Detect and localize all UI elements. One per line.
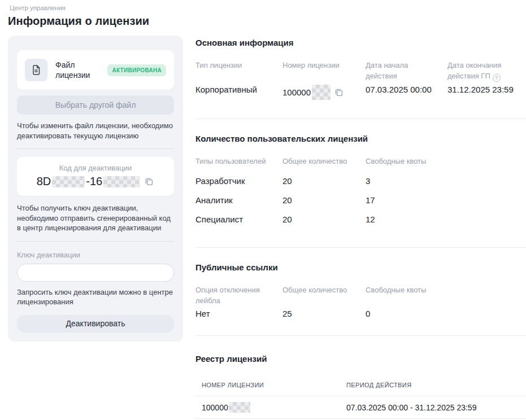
- column-header: Общее количество: [282, 285, 366, 309]
- table-row: Аналитик 20 17: [195, 191, 526, 210]
- help-icon[interactable]: ?: [493, 74, 501, 82]
- section-title: Количество пользовательских лицензий: [195, 134, 526, 143]
- redacted-number-segment: [312, 85, 331, 100]
- table-row: 100000 07.03.2025 00:00 - 31.12.2025 23:…: [195, 396, 526, 419]
- free-quota: 12: [366, 215, 526, 224]
- value-end-date: 31.12.2025 23:59: [447, 85, 526, 100]
- total-count: 20: [282, 176, 366, 186]
- document-icon: [25, 59, 47, 81]
- value-license-number: 100000: [282, 85, 366, 100]
- value-start-date: 07.03.2025 00:00: [366, 85, 447, 100]
- column-header: Свободные квоты: [366, 156, 526, 167]
- section-title: Основная информация: [195, 38, 526, 47]
- section-title: Реестр лицензий: [195, 354, 526, 364]
- section-user-licenses: Количество пользовательских лицензий Тип…: [195, 134, 526, 248]
- sidebar-divider: [17, 148, 174, 149]
- redacted-code-segment: [52, 176, 85, 187]
- column-header: Период действия: [340, 382, 526, 388]
- copy-code-button[interactable]: [141, 177, 154, 187]
- code-hint: Чтобы получить ключ деактивации, необход…: [17, 203, 174, 233]
- label-disable-option: Нет: [195, 309, 282, 318]
- license-file-card: Файл лицензии АКТИВИРОВАНА: [17, 50, 174, 90]
- value-license-type: Корпоративный: [195, 85, 282, 100]
- deactivation-code-label: Код для деактивации: [23, 164, 168, 172]
- choose-other-file-button[interactable]: Выбрать другой файл: [17, 95, 174, 115]
- redacted-code-segment: [103, 176, 140, 187]
- label-license-number: Номер лицензии: [282, 60, 366, 85]
- deactivation-key-input[interactable]: [17, 264, 174, 282]
- page-title: Информация о лицензии: [8, 15, 526, 28]
- sidebar-divider: [17, 241, 174, 242]
- column-header: Опция отключения лейбла: [195, 285, 282, 309]
- table-row: Разработчик 20 3: [195, 172, 526, 191]
- free-quota: 17: [366, 195, 526, 205]
- label-start-date: Дата начала действия: [366, 60, 447, 85]
- copy-icon: [144, 177, 154, 187]
- license-number-visible: 100000: [282, 88, 311, 97]
- status-badge: АКТИВИРОВАНА: [107, 64, 166, 76]
- license-sidebar-panel: Файл лицензии АКТИВИРОВАНА Выбрать друго…: [8, 36, 183, 342]
- column-header: Общее количество: [282, 156, 366, 167]
- copy-number-button[interactable]: [331, 88, 344, 98]
- copy-icon: [334, 88, 344, 98]
- registry-period: 07.03.2025 00:00 - 31.12.2025 23:59: [340, 396, 526, 418]
- change-file-hint: Чтобы изменить файл лицензии, необходимо…: [17, 121, 174, 141]
- registry-header-row: Номер лицензии Период действия: [195, 377, 526, 396]
- redacted-number-segment: [229, 402, 250, 413]
- user-type: Специалист: [195, 215, 282, 224]
- user-type: Разработчик: [195, 176, 282, 186]
- deactivation-code-value: 8D-16: [23, 175, 168, 188]
- code-part-2: -16: [86, 175, 102, 188]
- registry-table: Номер лицензии Период действия 100000 07…: [195, 377, 526, 420]
- license-number-visible: 100000: [202, 403, 228, 412]
- deactivate-button[interactable]: Деактивировать: [17, 315, 174, 333]
- license-details: Основная информация Тип лицензии Номер л…: [195, 36, 526, 420]
- license-info-page: Центр управления Информация о лицензии Ф…: [0, 0, 526, 420]
- section-title: Публичные ссылки: [195, 262, 526, 272]
- table-row: Нет 25 0: [195, 309, 526, 318]
- section-general-info: Основная информация Тип лицензии Номер л…: [195, 38, 526, 119]
- free-quota: 3: [366, 176, 526, 186]
- total-count: 20: [282, 195, 366, 205]
- section-license-registry: Реестр лицензий Номер лицензии Период де…: [195, 354, 526, 420]
- column-header: Свободные квоты: [366, 285, 526, 309]
- section-public-links: Публичные ссылки Опция отключения лейбла…: [195, 262, 526, 336]
- user-type: Аналитик: [195, 195, 282, 205]
- label-license-type: Тип лицензии: [195, 60, 282, 85]
- deactivation-key-label: Ключ деактивации: [17, 251, 174, 259]
- key-hint: Запросить ключ деактивации можно в центр…: [17, 287, 174, 307]
- label-end-date: Дата окончания действия ГП?: [447, 60, 526, 85]
- total-count: 25: [282, 309, 366, 318]
- table-row: Специалист 20 12: [195, 210, 526, 229]
- registry-license-number: 100000: [195, 396, 340, 418]
- license-file-label: Файл лицензии: [55, 60, 107, 80]
- breadcrumb[interactable]: Центр управления: [10, 5, 526, 11]
- column-header: Номер лицензии: [195, 382, 340, 388]
- code-part-1: 8D: [37, 175, 51, 188]
- deactivation-code-card: Код для деактивации 8D-16: [17, 157, 174, 196]
- total-count: 20: [282, 215, 366, 224]
- column-header: Типы пользователей: [195, 156, 282, 167]
- free-quota: 0: [366, 309, 526, 318]
